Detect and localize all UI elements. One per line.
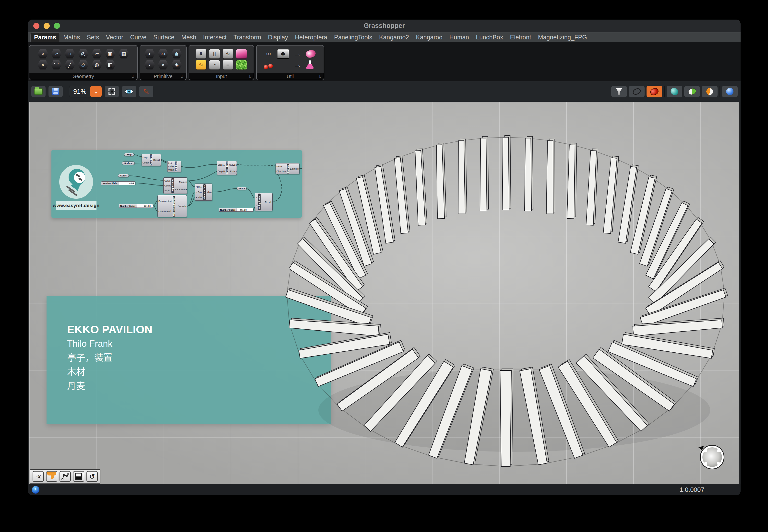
component-list-item[interactable]: List Index Wrap List Item i — [167, 161, 181, 172]
menu-tab[interactable]: Intersect — [200, 32, 230, 42]
number-slider-icon[interactable]: ⇩ — [196, 49, 207, 59]
wire-display-widget[interactable] — [59, 471, 71, 482]
close-button[interactable] — [33, 23, 39, 29]
cylinder-icon[interactable]: ◍ — [91, 60, 102, 70]
menu-tab[interactable]: Params — [30, 32, 60, 42]
menu-tab[interactable]: Heteroptera — [292, 32, 331, 42]
menu-tab[interactable]: Surface — [150, 32, 178, 42]
jellybean-icon[interactable] — [305, 49, 316, 59]
number-slider[interactable]: Number Slider 1.98 — [219, 208, 254, 212]
tree-photo-icon[interactable]: ♣ — [277, 49, 289, 59]
vector-icon[interactable]: ↗ — [51, 49, 62, 59]
render-settings-button[interactable] — [722, 86, 738, 97]
shaded-preview-button[interactable] — [647, 86, 662, 97]
no-preview-button[interactable] — [611, 86, 627, 97]
sketch-button[interactable]: ✎ — [139, 86, 153, 97]
component-multiplication[interactable]: A B Multiplication Result — [255, 193, 273, 211]
medium-quality-button[interactable] — [684, 86, 700, 97]
component-plane-surface[interactable]: Plane X Size Y Size Plane Surface Plane — [195, 184, 212, 201]
mesh-icon[interactable]: ▦ — [118, 49, 129, 59]
menu-tab[interactable]: Human — [446, 32, 473, 42]
param-curve[interactable]: Curve — [118, 174, 129, 177]
cherry-picker-icon[interactable] — [263, 60, 275, 70]
jump-arrow-icon[interactable]: → — [292, 60, 304, 70]
circle-icon[interactable]: ○ — [64, 49, 75, 59]
relay-arrow-icon[interactable]: → — [292, 49, 304, 59]
minimize-button[interactable] — [44, 23, 50, 29]
knob-icon[interactable]: ◔ — [209, 60, 220, 70]
component-brep-brep[interactable]: Brep A Brep B Brep | Brep Curves Points — [217, 161, 237, 175]
definition-group[interactable]: www.easyref.design Brep Surface Curve Ve… — [51, 150, 302, 218]
component-perp-frames[interactable]: Curve Count Align Perp Frames Frames Par… — [163, 177, 187, 194]
info-badge-icon[interactable]: ! — [32, 486, 39, 494]
number-slider[interactable]: Number Slider 18.8 — [119, 204, 153, 208]
box-icon[interactable]: ▣ — [104, 49, 116, 59]
glasses-icon[interactable]: ∞ — [263, 49, 275, 59]
plane-icon[interactable]: ▱ — [91, 49, 102, 59]
zoom-dropdown-button[interactable]: ⌄ — [90, 86, 102, 97]
canvas-navigation-ball[interactable] — [698, 443, 725, 470]
menu-tab[interactable]: Curve — [127, 32, 150, 42]
menu-tab[interactable]: Transform — [230, 32, 265, 42]
menu-tab[interactable]: Kangaroo2 — [376, 32, 412, 42]
open-file-button[interactable] — [31, 86, 46, 97]
project-note-panel[interactable]: EKKO PAVILION Thilo Frank亭子，装置木材丹麦 — [46, 296, 331, 424]
high-quality-button[interactable] — [702, 86, 718, 97]
component-extrude[interactable]: Base Direction Extrude Extrusion — [276, 163, 300, 174]
panel-widget[interactable] — [73, 471, 84, 482]
gh-canvas[interactable]: EKKO PAVILION Thilo Frank亭子，装置木材丹麦 — [29, 102, 739, 484]
menu-tab[interactable]: Elefront — [506, 32, 534, 42]
tree-icon[interactable]: ◈ — [171, 60, 182, 70]
menu-tab[interactable]: Maths — [60, 32, 83, 42]
menu-tab[interactable]: Vector — [102, 32, 127, 42]
expand-group-icon[interactable]: ⇣ — [318, 74, 322, 80]
arc-icon[interactable]: ⌒ — [51, 60, 62, 70]
number-slider[interactable]: Number Slider 44 — [101, 181, 135, 185]
menu-tab[interactable]: PanelingTools — [331, 32, 376, 42]
text-icon[interactable]: A — [157, 60, 169, 70]
point-icon[interactable]: ⌖ — [37, 49, 48, 59]
zoom-extents-button[interactable] — [105, 86, 119, 97]
frame-icon[interactable]: ◇ — [78, 60, 89, 70]
preview-button[interactable] — [122, 86, 136, 97]
param-brep[interactable]: Brep — [124, 153, 134, 156]
wireframe-preview-button[interactable] — [629, 86, 645, 97]
gradient-icon[interactable] — [236, 49, 247, 59]
integer-icon[interactable]: 7 — [144, 60, 155, 70]
value-list-icon[interactable]: ≡ — [223, 60, 234, 70]
expand-group-icon[interactable]: ⇣ — [248, 74, 252, 80]
expand-group-icon[interactable]: ⇣ — [131, 74, 135, 80]
panel-icon[interactable]: ▯ — [209, 49, 220, 59]
menu-tab[interactable]: Kangaroo — [412, 32, 446, 42]
param-surface[interactable]: Surface — [122, 162, 135, 165]
spiral-icon[interactable]: ◎ — [78, 49, 89, 59]
number-icon[interactable]: 0.1 — [157, 49, 169, 59]
expand-group-icon[interactable]: ⇣ — [180, 74, 184, 80]
menu-tab[interactable]: Display — [265, 32, 292, 42]
slider-knob[interactable] — [144, 205, 146, 207]
graph-mapper-icon[interactable]: ∿ — [223, 49, 234, 59]
paint-drip-widget[interactable] — [46, 471, 57, 482]
zoom-button[interactable] — [54, 23, 60, 29]
scribble-icon[interactable]: ∿ — [196, 60, 207, 70]
cancel-icon[interactable]: × — [37, 60, 48, 70]
flask-icon[interactable] — [306, 60, 314, 69]
patch-icon[interactable]: ◧ — [104, 60, 116, 70]
slider-knob[interactable] — [240, 209, 242, 211]
low-quality-button[interactable] — [667, 86, 682, 97]
menu-tab[interactable]: Mesh — [178, 32, 200, 42]
component-split-brep[interactable]: Brep Cutter Split Brep Result — [141, 154, 161, 166]
line-icon[interactable]: ╱ — [64, 60, 75, 70]
menu-tab[interactable]: Magnetizing_FPG — [534, 32, 591, 42]
component-construct-domain[interactable]: Domain start Domain end Construct Domain… — [157, 195, 187, 217]
boolean-icon[interactable]: ◐ — [144, 49, 155, 59]
menu-tab[interactable]: LunchBox — [472, 32, 506, 42]
save-file-button[interactable] — [48, 86, 63, 97]
slider-knob[interactable] — [132, 183, 134, 184]
profiler-widget[interactable]: ↺ — [86, 471, 98, 482]
colour-swatch-icon[interactable] — [236, 60, 247, 70]
path-icon[interactable]: ⋔ — [171, 49, 182, 59]
menu-tab[interactable]: Sets — [83, 32, 102, 42]
param-vector[interactable]: Vector — [237, 187, 247, 190]
hide-values-widget[interactable]: -x — [33, 471, 44, 482]
